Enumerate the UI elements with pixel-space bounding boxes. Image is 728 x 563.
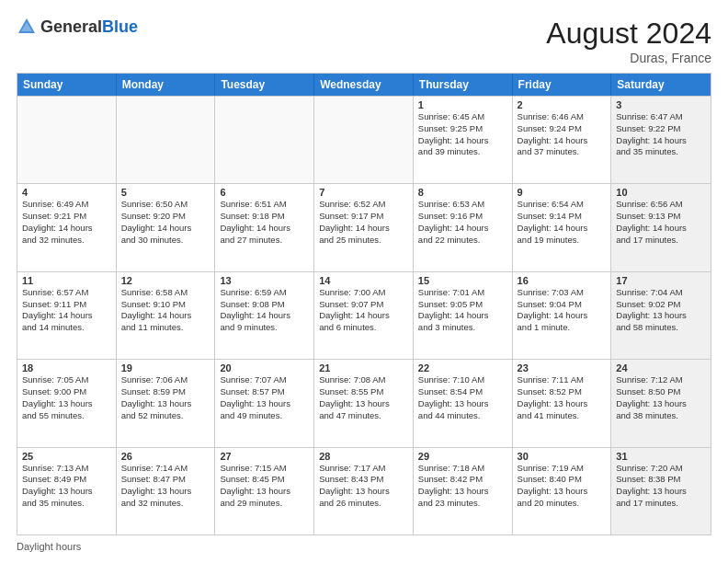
calendar-cell: 28Sunrise: 7:17 AMSunset: 8:43 PMDayligh… — [314, 448, 414, 534]
cell-line: and 35 minutes. — [22, 498, 111, 510]
day-number: 6 — [220, 187, 309, 198]
cell-line: Sunrise: 7:20 AM — [616, 463, 706, 475]
cell-line: and 1 minute. — [518, 322, 607, 334]
header-cell-saturday: Saturday — [611, 74, 711, 96]
day-number: 24 — [616, 362, 706, 373]
calendar-cell: 22Sunrise: 7:10 AMSunset: 8:54 PMDayligh… — [414, 360, 513, 446]
cell-line: Sunrise: 7:10 AM — [418, 374, 507, 386]
calendar-cell: 7Sunrise: 6:52 AMSunset: 9:17 PMDaylight… — [314, 184, 414, 270]
cell-line: Sunrise: 6:51 AM — [220, 199, 309, 211]
day-number: 21 — [319, 362, 408, 373]
calendar-cell: 18Sunrise: 7:05 AMSunset: 9:00 PMDayligh… — [17, 360, 117, 446]
cell-line: and 17 minutes. — [616, 235, 706, 247]
cell-line: Daylight: 14 hours — [518, 310, 607, 322]
cell-line: Sunrise: 6:46 AM — [518, 111, 607, 123]
cell-line: Sunset: 8:45 PM — [220, 474, 309, 486]
cell-line: Sunrise: 7:12 AM — [616, 374, 706, 386]
day-number: 4 — [22, 187, 111, 198]
cell-line: and 49 minutes. — [220, 410, 309, 422]
cell-line: Daylight: 14 hours — [418, 223, 507, 235]
cell-line: and 52 minutes. — [121, 410, 210, 422]
cell-line: Sunrise: 7:00 AM — [319, 287, 408, 299]
calendar-cell: 19Sunrise: 7:06 AMSunset: 8:59 PMDayligh… — [117, 360, 216, 446]
calendar-cell: 30Sunrise: 7:19 AMSunset: 8:40 PMDayligh… — [513, 448, 612, 534]
cell-line: Sunset: 9:07 PM — [319, 299, 408, 311]
calendar-cell: 11Sunrise: 6:57 AMSunset: 9:11 PMDayligh… — [17, 272, 117, 359]
calendar-row-3: 18Sunrise: 7:05 AMSunset: 9:00 PMDayligh… — [17, 359, 711, 446]
cell-line: and 20 minutes. — [518, 498, 607, 510]
cell-line: Sunrise: 7:01 AM — [418, 287, 507, 299]
cell-line: Daylight: 13 hours — [220, 398, 309, 410]
cell-line: Daylight: 14 hours — [518, 135, 607, 147]
calendar-cell — [17, 97, 117, 183]
cell-line: Daylight: 13 hours — [418, 398, 507, 410]
day-number: 3 — [616, 99, 706, 110]
cell-line: Daylight: 14 hours — [22, 223, 111, 235]
day-number: 28 — [319, 451, 408, 462]
cell-line: Sunset: 9:16 PM — [418, 211, 507, 223]
cell-line: Sunset: 8:57 PM — [220, 386, 309, 398]
cell-line: Sunrise: 6:52 AM — [319, 199, 408, 211]
header-cell-monday: Monday — [117, 74, 216, 96]
cell-line: Daylight: 13 hours — [616, 310, 706, 322]
cell-line: Daylight: 14 hours — [121, 310, 210, 322]
cell-line: Sunset: 9:24 PM — [518, 123, 607, 135]
cell-line: Sunset: 9:21 PM — [22, 211, 111, 223]
day-number: 23 — [518, 362, 607, 373]
cell-line: Sunrise: 7:19 AM — [518, 463, 607, 475]
calendar-cell: 9Sunrise: 6:54 AMSunset: 9:14 PMDaylight… — [513, 184, 612, 270]
calendar-cell: 26Sunrise: 7:14 AMSunset: 8:47 PMDayligh… — [117, 448, 216, 534]
calendar-cell: 25Sunrise: 7:13 AMSunset: 8:49 PMDayligh… — [17, 448, 117, 534]
cell-line: Daylight: 13 hours — [22, 486, 111, 498]
cell-line: Sunrise: 6:57 AM — [22, 287, 111, 299]
cell-line: Sunrise: 7:05 AM — [22, 374, 111, 386]
calendar-row-1: 4Sunrise: 6:49 AMSunset: 9:21 PMDaylight… — [17, 183, 711, 270]
cell-line: Sunset: 9:02 PM — [616, 299, 706, 311]
cell-line: Daylight: 13 hours — [616, 486, 706, 498]
cell-line: Sunrise: 7:04 AM — [616, 287, 706, 299]
day-number: 17 — [616, 275, 706, 286]
calendar-cell: 15Sunrise: 7:01 AMSunset: 9:05 PMDayligh… — [414, 272, 513, 359]
cell-line: Sunrise: 6:49 AM — [22, 199, 111, 211]
cell-line: and 25 minutes. — [319, 235, 408, 247]
cell-line: Sunset: 8:38 PM — [616, 474, 706, 486]
cell-line: Sunset: 9:22 PM — [616, 123, 706, 135]
cell-line: and 19 minutes. — [518, 235, 607, 247]
cell-line: Daylight: 13 hours — [616, 398, 706, 410]
cell-line: Sunrise: 7:15 AM — [220, 463, 309, 475]
cell-line: Sunset: 8:42 PM — [418, 474, 507, 486]
cell-line: and 26 minutes. — [319, 498, 408, 510]
day-number: 27 — [220, 451, 309, 462]
day-number: 12 — [121, 275, 210, 286]
day-number: 16 — [518, 275, 607, 286]
cell-line: and 14 minutes. — [22, 322, 111, 334]
cell-line: Sunset: 8:49 PM — [22, 474, 111, 486]
day-number: 8 — [418, 187, 507, 198]
cell-line: and 9 minutes. — [220, 322, 309, 334]
cell-line: Sunset: 8:59 PM — [121, 386, 210, 398]
cell-line: Sunrise: 6:53 AM — [418, 199, 507, 211]
day-number: 25 — [22, 451, 111, 462]
calendar-row-4: 25Sunrise: 7:13 AMSunset: 8:49 PMDayligh… — [17, 447, 711, 534]
cell-line: Daylight: 14 hours — [220, 223, 309, 235]
day-number: 26 — [121, 451, 210, 462]
calendar-cell: 23Sunrise: 7:11 AMSunset: 8:52 PMDayligh… — [513, 360, 612, 446]
cell-line: and 35 minutes. — [616, 146, 706, 158]
header-cell-tuesday: Tuesday — [215, 74, 314, 96]
header-cell-wednesday: Wednesday — [314, 74, 414, 96]
header: GeneralBlue August 2024 Duras, France — [17, 17, 711, 65]
logo-icon — [17, 17, 37, 37]
logo-blue: Blue — [102, 17, 138, 36]
cell-line: Daylight: 13 hours — [518, 486, 607, 498]
calendar-body: 1Sunrise: 6:45 AMSunset: 9:25 PMDaylight… — [17, 96, 711, 534]
cell-line: Sunset: 9:10 PM — [121, 299, 210, 311]
cell-line: and 32 minutes. — [121, 498, 210, 510]
day-number: 15 — [418, 275, 507, 286]
calendar-cell — [314, 97, 414, 183]
day-number: 29 — [418, 451, 507, 462]
cell-line: Sunset: 8:43 PM — [319, 474, 408, 486]
logo: GeneralBlue — [17, 17, 138, 37]
calendar-cell: 8Sunrise: 6:53 AMSunset: 9:16 PMDaylight… — [414, 184, 513, 270]
cell-line: Daylight: 14 hours — [22, 310, 111, 322]
cell-line: Sunrise: 7:03 AM — [518, 287, 607, 299]
